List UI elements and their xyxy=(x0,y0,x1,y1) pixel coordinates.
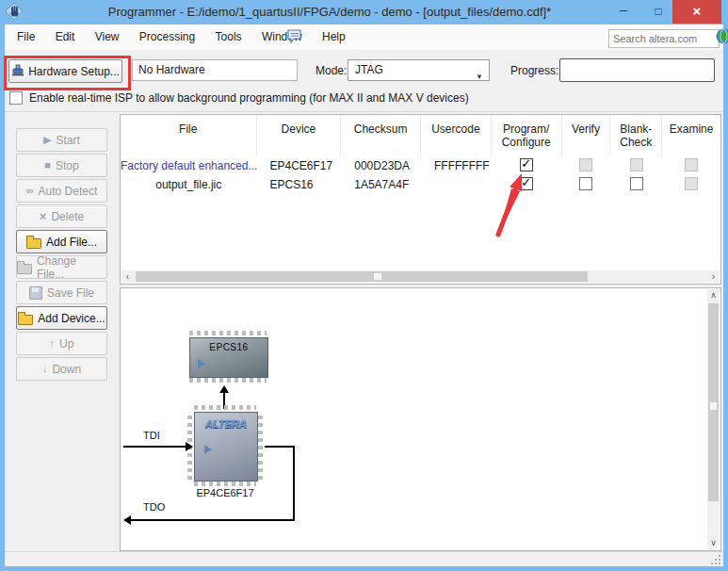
hardware-setup-button[interactable]: Hardware Setup... xyxy=(8,59,122,83)
chip-pins xyxy=(194,481,256,486)
cell-usercode: FFFFFFFF xyxy=(421,159,492,172)
blank-check-checkbox[interactable] xyxy=(630,177,643,190)
up-label: Up xyxy=(59,337,73,351)
close-button[interactable]: × xyxy=(672,0,721,24)
arrow-up-icon: ↑ xyxy=(50,338,56,349)
add-file-button[interactable]: Add File... xyxy=(16,230,107,253)
epcs16-chip[interactable]: EPCS16 xyxy=(189,337,268,378)
chip-pins xyxy=(189,331,267,335)
change-file-folder-icon xyxy=(17,264,32,274)
program-configure-checkbox[interactable] xyxy=(520,158,533,171)
chain-wire xyxy=(265,446,294,448)
down-button[interactable]: ↓ Down xyxy=(16,357,107,381)
delete-button[interactable]: × Delete xyxy=(16,204,107,228)
device-select-triangle-icon xyxy=(204,445,212,454)
col-usercode[interactable]: Usercode xyxy=(421,115,492,156)
change-file-label: Change File... xyxy=(37,254,106,281)
search-input[interactable] xyxy=(608,29,720,48)
scroll-up-arrow[interactable]: ∧ xyxy=(707,289,720,302)
vertical-scrollbar-thumb[interactable] xyxy=(708,303,719,501)
col-file[interactable]: File xyxy=(121,115,257,156)
isp-checkbox-row[interactable]: Enable real-time ISP to allow background… xyxy=(9,91,469,105)
cell-file[interactable]: output_file.jic xyxy=(121,178,257,191)
feedback-bubble-icon[interactable] xyxy=(287,29,302,46)
auto-detect-label: Auto Detect xyxy=(39,185,98,198)
save-disk-icon xyxy=(29,286,42,300)
chip-pins xyxy=(258,412,263,480)
add-device-button[interactable]: Add Device... xyxy=(16,306,107,330)
menu-tools[interactable]: Tools xyxy=(207,24,251,48)
statusbar xyxy=(5,551,723,566)
menu-help[interactable]: Help xyxy=(314,24,354,48)
hardware-setup-icon xyxy=(11,64,24,79)
scrollbar-grip xyxy=(710,402,717,410)
col-program-configure[interactable]: Program/ Configure xyxy=(492,115,562,156)
vertical-scrollbar[interactable]: ∧ ∨ xyxy=(707,289,720,549)
up-button[interactable]: ↑ Up xyxy=(16,332,107,355)
table-header: File Device Checksum Usercode Program/ C… xyxy=(121,115,720,156)
device-select-triangle-icon xyxy=(198,359,205,368)
save-file-label: Save File xyxy=(47,286,94,300)
titlebar[interactable]: Programmer - E:/idemo/1_quartusII/FPGA/d… xyxy=(0,0,728,24)
add-file-folder-icon xyxy=(26,238,41,249)
horizontal-scrollbar-thumb[interactable] xyxy=(136,271,588,282)
scroll-left-arrow[interactable]: ‹ xyxy=(121,270,134,283)
add-device-folder-icon xyxy=(18,315,33,325)
table-row[interactable]: output_file.jic EPCS16 1A5A7A4F xyxy=(121,175,720,194)
scroll-down-arrow[interactable]: ∨ xyxy=(707,537,720,549)
blank-check-checkbox[interactable] xyxy=(630,158,643,171)
mode-dropdown[interactable]: JTAG ▼ xyxy=(348,59,490,81)
add-file-label: Add File... xyxy=(46,236,97,249)
scroll-right-arrow[interactable]: › xyxy=(707,270,720,283)
progress-label: Progress: xyxy=(510,64,558,77)
progress-bar xyxy=(559,58,715,82)
stop-label: Stop xyxy=(56,159,79,172)
globe-icon[interactable] xyxy=(716,28,728,47)
save-file-button[interactable]: Save File xyxy=(16,281,107,304)
table-row[interactable]: Factory default enhanced... EP4CE6F17 00… xyxy=(121,156,720,175)
fpga-chip-label: EP4CE6F17 xyxy=(178,487,272,498)
col-checksum[interactable]: Checksum xyxy=(341,115,421,156)
menu-view[interactable]: View xyxy=(87,24,128,48)
menu-processing[interactable]: Processing xyxy=(131,24,203,48)
verify-checkbox[interactable] xyxy=(579,177,592,190)
programmer-window: Programmer - E:/idemo/1_quartusII/FPGA/d… xyxy=(0,0,728,571)
cell-file[interactable]: Factory default enhanced... xyxy=(121,159,257,172)
fpga-chip[interactable]: ALTERA xyxy=(194,412,258,481)
horizontal-scrollbar[interactable]: ‹ › xyxy=(121,270,720,283)
stop-button[interactable]: ■ Stop xyxy=(16,154,107,177)
epcs16-chip-label: EPCS16 xyxy=(190,342,267,352)
binoculars-icon: ∞ xyxy=(26,186,34,196)
isp-checkbox[interactable] xyxy=(9,91,23,105)
altera-logo: ALTERA xyxy=(195,418,257,430)
minimize-button[interactable]: – xyxy=(607,0,639,24)
verify-checkbox[interactable] xyxy=(579,158,592,171)
menu-edit[interactable]: Edit xyxy=(47,24,84,48)
down-label: Down xyxy=(52,363,81,376)
tdo-arrowhead xyxy=(123,515,131,525)
maximize-button[interactable]: □ xyxy=(642,0,674,24)
col-blank-check[interactable]: Blank- Check xyxy=(610,115,662,156)
examine-checkbox[interactable] xyxy=(685,158,698,171)
tdi-arrowhead xyxy=(186,442,193,451)
isp-label: Enable real-time ISP to allow background… xyxy=(29,91,469,105)
cell-device: EP4CE6F17 xyxy=(257,159,342,172)
examine-checkbox[interactable] xyxy=(685,177,698,190)
col-verify[interactable]: Verify xyxy=(562,115,611,156)
col-device[interactable]: Device xyxy=(257,115,342,156)
window-title: Programmer - E:/idemo/1_quartusII/FPGA/d… xyxy=(0,5,659,19)
chip-pins xyxy=(189,378,267,383)
device-chain-diagram-pane: EPCS16 ALTERA EP4CE6F17 TDI TDO ∧ xyxy=(120,287,721,551)
chip-pins xyxy=(194,405,256,410)
change-file-button[interactable]: Change File... xyxy=(16,255,107,279)
hardware-setup-label: Hardware Setup... xyxy=(28,65,120,78)
resize-grip[interactable] xyxy=(711,554,721,564)
stop-hand-icon: ■ xyxy=(44,160,51,171)
program-configure-checkbox[interactable] xyxy=(520,177,533,190)
col-examine[interactable]: Examine xyxy=(662,115,720,156)
menu-file[interactable]: File xyxy=(8,24,43,48)
start-button[interactable]: ▶ Start xyxy=(16,128,107,152)
auto-detect-button[interactable]: ∞ Auto Detect xyxy=(16,179,107,203)
menubar: File Edit View Processing Tools Window H… xyxy=(5,24,723,51)
chain-wire xyxy=(293,446,295,521)
